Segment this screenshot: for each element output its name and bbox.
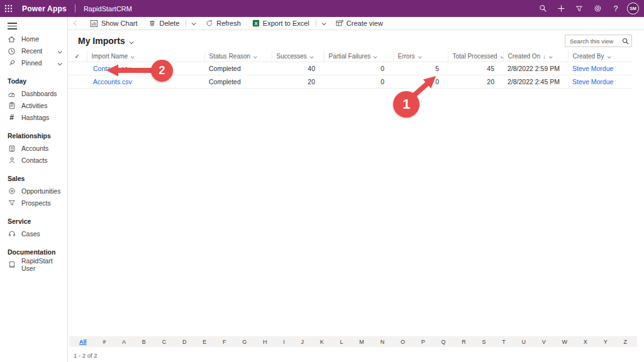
jump-letter-k[interactable]: K — [320, 339, 324, 345]
select-all-checkmark-icon[interactable]: ✓ — [68, 51, 87, 62]
chevron-down-icon[interactable] — [58, 59, 61, 67]
column-filter-chevron-icon[interactable] — [608, 53, 610, 60]
overflow-chevron-icon[interactable] — [187, 17, 200, 30]
sidebar-item-prospects[interactable]: Prospects — [0, 197, 67, 209]
column-header-created-by[interactable]: Created By — [568, 51, 632, 62]
jump-letter-all[interactable]: All — [79, 339, 87, 345]
sidebar-item-accounts[interactable]: Accounts — [0, 143, 67, 155]
back-button[interactable] — [68, 21, 84, 25]
user-avatar[interactable]: SM — [627, 3, 639, 14]
jump-letter-y[interactable]: Y — [604, 339, 608, 345]
sidebar-item-opportunities[interactable]: Opportunities — [0, 185, 67, 197]
column-header-successes[interactable]: Successes — [272, 51, 324, 62]
gauge-icon — [8, 90, 16, 98]
jump-letter-s[interactable]: S — [482, 339, 486, 345]
sidebar-item-contacts[interactable]: Contacts — [0, 155, 67, 167]
sidebar-item-home[interactable]: Home — [0, 33, 67, 45]
main-content: My Imports ✓Import NameStatus ReasonSucc… — [68, 30, 644, 362]
jump-letter-i[interactable]: I — [283, 339, 285, 345]
record-link[interactable]: Contacts.csv — [93, 65, 131, 72]
jump-letter-h[interactable]: H — [263, 339, 267, 345]
toolbar-divider — [316, 19, 316, 27]
record-link[interactable]: Steve Mordue — [572, 65, 613, 72]
jump-letter-x[interactable]: X — [584, 339, 587, 345]
row-select-cell[interactable] — [68, 62, 87, 75]
toolbar-button-label: Show Chart — [101, 19, 137, 27]
column-header-total-processed[interactable]: Total Processed — [448, 51, 503, 62]
sidebar-item-rapidstart-user[interactable]: RapidStart User — [0, 259, 67, 271]
search-icon[interactable] — [536, 2, 550, 16]
settings-gear-icon[interactable] — [591, 2, 604, 16]
row-select-cell[interactable] — [68, 75, 87, 88]
column-header-label: Successes — [277, 53, 307, 60]
record-link[interactable]: Accounts.csv — [93, 78, 132, 85]
jump-letter-v[interactable]: V — [542, 339, 546, 345]
column-filter-chevron-icon[interactable] — [418, 53, 421, 60]
sidebar-item-label: Cases — [21, 230, 40, 238]
column-header-errors[interactable]: Errors — [393, 51, 448, 62]
search-input[interactable] — [565, 38, 618, 45]
column-header-status-reason[interactable]: Status Reason — [204, 51, 272, 62]
column-filter-chevron-icon[interactable] — [253, 53, 256, 60]
jump-letter-c[interactable]: C — [162, 339, 167, 345]
help-icon[interactable]: ? — [609, 2, 623, 16]
jump-letter-#[interactable]: # — [103, 339, 106, 345]
sidebar-section-service: Service — [0, 216, 67, 226]
record-link[interactable]: Steve Mordue — [572, 78, 613, 85]
jump-letter-n[interactable]: N — [380, 339, 385, 345]
target-icon — [8, 187, 16, 195]
sidebar-item-cases[interactable]: Cases — [0, 228, 67, 240]
jump-letter-a[interactable]: A — [122, 339, 126, 345]
jump-letter-e[interactable]: E — [203, 339, 206, 345]
column-filter-chevron-icon[interactable] — [501, 53, 503, 60]
column-header-label: Created By — [573, 53, 604, 60]
jump-letter-b[interactable]: B — [142, 339, 146, 345]
sidebar-item-activities[interactable]: Activities — [0, 100, 67, 112]
jump-letter-j[interactable]: J — [301, 339, 304, 345]
jump-letter-r[interactable]: R — [462, 339, 466, 345]
jump-letter-o[interactable]: O — [401, 339, 405, 345]
sidebar-item-pinned[interactable]: Pinned — [0, 57, 67, 69]
add-icon[interactable] — [554, 2, 568, 16]
export-to-excel-button[interactable]: XExport to Excel — [247, 17, 315, 30]
sidebar-item-hashtags[interactable]: #Hashtags — [0, 112, 67, 124]
app-title[interactable]: Power Apps — [22, 4, 67, 13]
delete-button[interactable]: Delete — [143, 17, 185, 30]
jump-letter-f[interactable]: F — [223, 339, 226, 345]
jump-letter-m[interactable]: M — [359, 339, 364, 345]
environment-name[interactable]: RapidStartCRM — [84, 5, 132, 13]
overflow-chevron-icon[interactable] — [317, 17, 330, 30]
annotation-badge-1: 1 — [393, 91, 419, 118]
jump-letter-g[interactable]: G — [242, 339, 247, 345]
jump-letter-q[interactable]: Q — [441, 339, 445, 345]
column-filter-chevron-icon[interactable] — [310, 53, 313, 60]
cell-errors: 0 — [393, 75, 448, 88]
column-header-created-on[interactable]: Created On↓ — [503, 51, 568, 62]
sidebar-item-recent[interactable]: Recent — [0, 45, 67, 57]
sidebar-item-dashboards[interactable]: Dashboards — [0, 88, 67, 100]
jump-letter-l[interactable]: L — [340, 339, 343, 345]
cell-created-on: 2/8/2022 2:45 PM — [503, 75, 568, 88]
jump-letter-p[interactable]: P — [421, 339, 425, 345]
jump-letter-u[interactable]: U — [522, 339, 526, 345]
column-header-partial-failures[interactable]: Partial Failures — [324, 51, 393, 62]
filter-icon[interactable] — [572, 2, 586, 16]
chevron-down-icon[interactable] — [58, 47, 61, 55]
refresh-button[interactable]: Refresh — [200, 17, 247, 30]
search-icon[interactable] — [622, 38, 629, 45]
jump-letter-t[interactable]: T — [502, 339, 506, 345]
cell-created-by: Steve Mordue — [568, 62, 632, 75]
jump-letter-z[interactable]: Z — [623, 339, 627, 345]
column-filter-chevron-icon[interactable] — [131, 53, 133, 60]
sitemap-collapse-icon[interactable] — [8, 23, 17, 30]
view-selector[interactable]: My Imports — [78, 36, 125, 46]
jump-letter-d[interactable]: D — [182, 339, 187, 345]
waffle-menu-icon[interactable] — [0, 0, 17, 17]
column-header-import-name[interactable]: Import Name — [87, 51, 204, 62]
column-filter-chevron-icon[interactable] — [374, 53, 376, 60]
jump-letter-w[interactable]: W — [562, 339, 568, 345]
column-filter-chevron-icon[interactable] — [549, 53, 552, 60]
view-selector-chevron-icon[interactable] — [130, 35, 133, 47]
show-chart-button[interactable]: Show Chart — [84, 17, 143, 30]
create-view-button[interactable]: Create view — [330, 17, 389, 30]
